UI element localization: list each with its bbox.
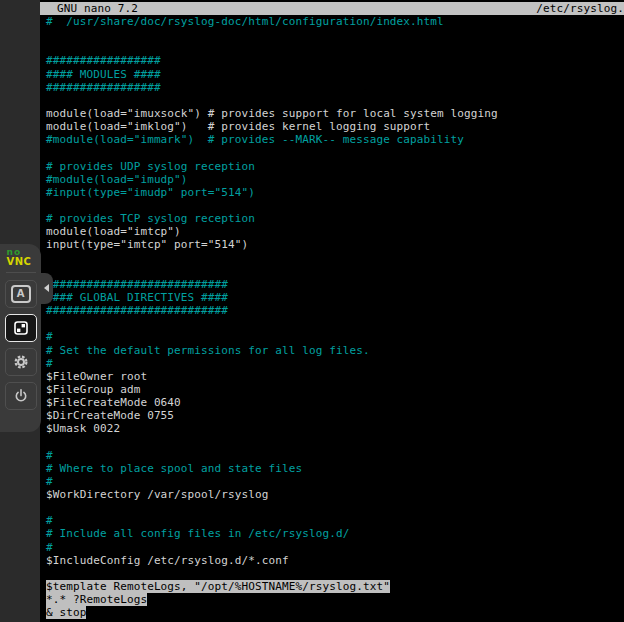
terminal-line: # bbox=[40, 514, 624, 527]
fullscreen-icon bbox=[13, 320, 29, 336]
extra-keys-button[interactable]: A bbox=[5, 280, 37, 308]
terminal-line: # provides TCP syslog reception bbox=[40, 212, 624, 225]
terminal-line bbox=[40, 436, 624, 449]
terminal-line bbox=[40, 252, 624, 265]
keyboard-a-icon: A bbox=[11, 285, 31, 303]
settings-button[interactable] bbox=[5, 348, 37, 376]
terminal-line: # /usr/share/doc/rsyslog-doc/html/config… bbox=[40, 15, 624, 28]
terminal-line: # bbox=[40, 330, 624, 343]
terminal-line: #module(load="immark") # provides --MARK… bbox=[40, 133, 624, 146]
terminal-line: ########################### bbox=[40, 304, 624, 317]
selected-line: $template RemoteLogs, "/opt/%HOSTNAME%/r… bbox=[40, 580, 624, 593]
terminal-line: $FileOwner root bbox=[40, 370, 624, 383]
terminal-line: # Where to place spool and state files bbox=[40, 462, 624, 475]
power-icon bbox=[13, 388, 29, 404]
novnc-logo-vnc: VNC bbox=[7, 256, 35, 267]
terminal-line bbox=[40, 317, 624, 330]
fullscreen-button[interactable] bbox=[5, 314, 37, 342]
terminal-line: module(load="imklog") # provides kernel … bbox=[40, 120, 624, 133]
editor-content[interactable]: # /usr/share/doc/rsyslog-doc/html/config… bbox=[40, 15, 624, 619]
terminal-line: module(load="imuxsock") # provides suppo… bbox=[40, 107, 624, 120]
terminal-line: ################# bbox=[40, 54, 624, 67]
terminal-line bbox=[40, 567, 624, 580]
terminal-line: #module(load="imudp") bbox=[40, 173, 624, 186]
terminal-line: $IncludeConfig /etc/rsyslog.d/*.conf bbox=[40, 554, 624, 567]
nano-titlebar: GNU nano 7.2 /etc/rsyslog. bbox=[40, 2, 624, 15]
panel-divider bbox=[6, 272, 36, 273]
terminal-line: $FileGroup adm bbox=[40, 383, 624, 396]
novnc-logo: no VNC bbox=[7, 249, 35, 267]
collapse-arrow-icon bbox=[44, 284, 49, 292]
selected-line: & stop bbox=[40, 606, 624, 619]
terminal-line bbox=[40, 265, 624, 278]
terminal-line: module(load="imtcp") bbox=[40, 225, 624, 238]
nano-terminal[interactable]: GNU nano 7.2 /etc/rsyslog. # /usr/share/… bbox=[40, 0, 624, 622]
nano-filename-label: /etc/rsyslog. bbox=[536, 2, 624, 15]
terminal-line: #input(type="imudp" port="514") bbox=[40, 186, 624, 199]
selected-line: *.* ?RemoteLogs bbox=[40, 593, 624, 606]
terminal-line: # bbox=[40, 357, 624, 370]
terminal-line: $Umask 0022 bbox=[40, 422, 624, 435]
terminal-line bbox=[40, 146, 624, 159]
terminal-line: $DirCreateMode 0755 bbox=[40, 409, 624, 422]
nano-version-label: GNU nano 7.2 bbox=[40, 2, 138, 15]
gear-icon bbox=[13, 354, 29, 370]
terminal-line: # Include all config files in /etc/rsysl… bbox=[40, 527, 624, 540]
terminal-line bbox=[40, 41, 624, 54]
terminal-line: $FileCreateMode 0640 bbox=[40, 396, 624, 409]
terminal-line: ################# bbox=[40, 81, 624, 94]
novnc-control-bar: no VNC A bbox=[0, 244, 41, 432]
terminal-line: # bbox=[40, 449, 624, 462]
terminal-line: input(type="imtcp" port="514") bbox=[40, 238, 624, 251]
novnc-logo-no: no bbox=[7, 249, 35, 256]
terminal-line: #### MODULES #### bbox=[40, 68, 624, 81]
terminal-line: # bbox=[40, 541, 624, 554]
terminal-line: # provides UDP syslog reception bbox=[40, 160, 624, 173]
terminal-line: ########################### bbox=[40, 278, 624, 291]
terminal-line bbox=[40, 28, 624, 41]
terminal-line: #### GLOBAL DIRECTIVES #### bbox=[40, 291, 624, 304]
terminal-line: $WorkDirectory /var/spool/rsyslog bbox=[40, 488, 624, 501]
terminal-line: # bbox=[40, 475, 624, 488]
terminal-line: # Set the default permissions for all lo… bbox=[40, 344, 624, 357]
power-button[interactable] bbox=[5, 382, 37, 410]
terminal-line bbox=[40, 94, 624, 107]
control-bar-collapse-handle[interactable] bbox=[41, 273, 53, 304]
terminal-line bbox=[40, 501, 624, 514]
terminal-line bbox=[40, 199, 624, 212]
